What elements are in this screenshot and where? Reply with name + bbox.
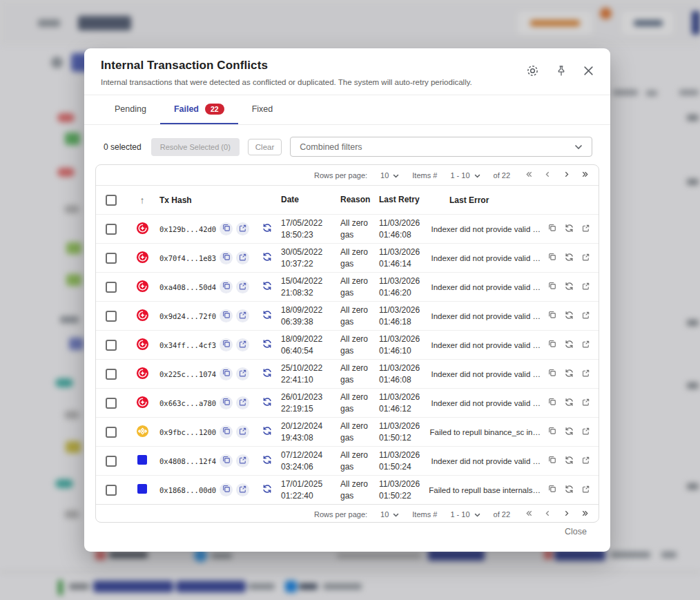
open-tx-button[interactable] (236, 454, 249, 467)
close-dialog-button[interactable] (583, 66, 594, 78)
open-tx-button[interactable] (236, 483, 249, 496)
retry-row-button[interactable] (262, 396, 273, 409)
open-tx-button[interactable] (236, 396, 249, 409)
last-page-button[interactable] (581, 170, 590, 181)
copy-error-button[interactable] (547, 397, 557, 409)
retry-button[interactable] (564, 252, 574, 264)
row-checkbox[interactable] (106, 427, 117, 438)
next-page-button[interactable] (562, 170, 571, 181)
first-page-button[interactable] (525, 170, 534, 181)
row-checkbox[interactable] (106, 224, 117, 235)
select-all-checkbox[interactable] (106, 195, 117, 206)
retry-button[interactable] (564, 455, 574, 467)
settings-button[interactable] (526, 64, 539, 79)
retry-row-button[interactable] (262, 338, 273, 351)
copy-hash-button[interactable] (220, 483, 233, 496)
copy-hash-button[interactable] (220, 396, 233, 409)
copy-hash-button[interactable] (220, 338, 233, 351)
copy-error-button[interactable] (547, 310, 557, 322)
retry-row-button[interactable] (262, 280, 273, 293)
retry-row-button[interactable] (262, 309, 273, 322)
retry-row-button[interactable] (262, 483, 273, 496)
retry-button[interactable] (564, 426, 574, 438)
prev-page-button[interactable] (543, 509, 552, 520)
column-header-date[interactable]: Date (281, 194, 340, 205)
copy-hash-button[interactable] (220, 222, 233, 235)
column-header-reason[interactable]: Reason (340, 194, 379, 205)
open-tx-button[interactable] (236, 425, 249, 438)
open-external-button[interactable] (581, 485, 590, 496)
copy-error-button[interactable] (547, 484, 557, 496)
clear-button[interactable]: Clear (248, 139, 282, 155)
row-checkbox[interactable] (106, 456, 117, 467)
prev-page-button[interactable] (543, 170, 552, 181)
copy-error-button[interactable] (547, 368, 557, 380)
table-row: 0x34ff...4cf318/09/202206:40:54All zero … (96, 330, 599, 359)
copy-error-button[interactable] (547, 252, 557, 264)
retry-button[interactable] (564, 223, 574, 235)
copy-error-button[interactable] (547, 426, 557, 438)
retry-row-button[interactable] (262, 251, 273, 264)
row-checkbox[interactable] (106, 340, 117, 351)
items-range-select[interactable]: 1 - 10 (450, 510, 480, 519)
open-tx-button[interactable] (236, 338, 249, 351)
row-checkbox[interactable] (106, 311, 117, 322)
copy-hash-button[interactable] (220, 280, 233, 293)
copy-hash-button[interactable] (220, 251, 233, 264)
next-page-button[interactable] (562, 509, 571, 520)
retry-button[interactable] (564, 397, 574, 409)
open-external-button[interactable] (581, 311, 590, 322)
rows-per-page-select[interactable]: 10 (380, 171, 399, 180)
open-external-button[interactable] (581, 427, 590, 438)
open-external-button[interactable] (581, 340, 590, 351)
open-tx-button[interactable] (236, 251, 249, 264)
copy-error-button[interactable] (547, 339, 557, 351)
tab-failed[interactable]: Failed 22 (160, 95, 238, 124)
row-checkbox[interactable] (106, 485, 117, 496)
column-header-tx-hash[interactable]: Tx Hash (159, 195, 253, 205)
retry-button[interactable] (564, 368, 574, 380)
retry-row-button[interactable] (262, 425, 273, 438)
retry-button[interactable] (564, 281, 574, 293)
open-tx-button[interactable] (236, 309, 249, 322)
open-external-button[interactable] (581, 282, 590, 293)
sort-ascending-icon[interactable]: ↑ (140, 195, 145, 206)
row-checkbox[interactable] (106, 398, 117, 409)
resolve-selected-button[interactable]: Resolve Selected (0) (151, 138, 240, 156)
retry-row-button[interactable] (262, 222, 273, 235)
items-range-select[interactable]: 1 - 10 (450, 171, 480, 180)
rows-per-page-select[interactable]: 10 (380, 510, 399, 519)
row-checkbox[interactable] (106, 253, 117, 264)
retry-row-button[interactable] (262, 454, 273, 467)
copy-hash-button[interactable] (220, 367, 233, 380)
row-checkbox[interactable] (106, 282, 117, 293)
copy-error-button[interactable] (547, 223, 557, 235)
open-tx-button[interactable] (236, 367, 249, 380)
row-checkbox[interactable] (106, 369, 117, 380)
retry-button[interactable] (564, 310, 574, 322)
close-button[interactable]: Close (559, 523, 592, 541)
column-header-last-error[interactable]: Last Error (427, 195, 547, 205)
open-tx-button[interactable] (236, 280, 249, 293)
copy-error-button[interactable] (547, 455, 557, 467)
retry-button[interactable] (564, 484, 574, 496)
retry-button[interactable] (564, 339, 574, 351)
copy-error-button[interactable] (547, 281, 557, 293)
last-page-button[interactable] (581, 509, 590, 520)
copy-hash-button[interactable] (220, 309, 233, 322)
copy-hash-button[interactable] (220, 454, 233, 467)
open-external-button[interactable] (581, 398, 590, 409)
open-external-button[interactable] (581, 253, 590, 264)
column-header-last-retry[interactable]: Last Retry (379, 194, 427, 205)
combined-filters-select[interactable]: Combined filters (290, 137, 592, 157)
open-external-button[interactable] (581, 456, 590, 467)
tab-fixed[interactable]: Fixed (238, 95, 287, 124)
open-external-button[interactable] (581, 224, 590, 235)
pin-button[interactable] (556, 65, 567, 79)
retry-row-button[interactable] (262, 367, 273, 380)
tab-pending[interactable]: Pending (101, 95, 160, 124)
first-page-button[interactable] (525, 509, 534, 520)
open-tx-button[interactable] (236, 222, 249, 235)
copy-hash-button[interactable] (220, 425, 233, 438)
open-external-button[interactable] (581, 369, 590, 380)
